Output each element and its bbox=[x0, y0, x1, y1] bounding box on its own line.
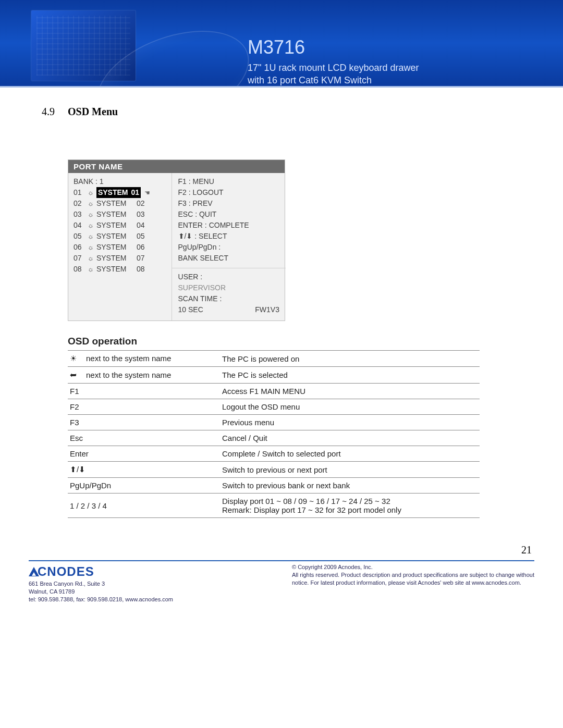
operation-key-text: next to the system name bbox=[86, 354, 171, 363]
operation-key-text: next to the system name bbox=[86, 371, 171, 379]
section-name: OSD Menu bbox=[68, 106, 118, 117]
operation-key-text: F2 bbox=[70, 402, 79, 411]
operation-key: next to the system name bbox=[68, 351, 220, 367]
sun-icon: ☼ bbox=[88, 199, 94, 209]
osd-port-row: 03☼SYSTEM03 bbox=[74, 209, 167, 220]
osd-help-line: ⬆/⬇ : SELECT bbox=[178, 231, 279, 242]
operation-key: Esc bbox=[68, 430, 220, 446]
osd-port-row: 07☼SYSTEM07 bbox=[74, 253, 167, 264]
osd-help-line: BANK SELECT bbox=[178, 253, 279, 264]
port-number: 06 bbox=[74, 242, 85, 253]
footer-legal: All rights reserved. Product description… bbox=[292, 571, 534, 587]
port-id: 05 bbox=[137, 231, 148, 242]
sun-icon: ☼ bbox=[88, 220, 94, 231]
operation-key: F2 bbox=[68, 399, 220, 415]
operation-desc: Complete / Switch to selected port bbox=[220, 446, 480, 462]
port-number: 07 bbox=[74, 253, 85, 264]
port-name: SYSTEM bbox=[96, 231, 134, 242]
table-row: PgUp/PgDnSwitch to previous bank or next… bbox=[68, 478, 480, 493]
osd-user-label: USER : bbox=[178, 272, 279, 282]
port-selected: SYSTEM01 bbox=[96, 187, 141, 198]
operation-key: 1 / 2 / 3 / 4 bbox=[68, 493, 220, 518]
osd-help-line: PgUp/PgDn : bbox=[178, 242, 279, 253]
footer-address-2: Walnut, CA 91789 bbox=[29, 588, 271, 596]
hand-icon: ☚ bbox=[144, 188, 150, 198]
sun-icon: ☼ bbox=[88, 253, 94, 264]
port-id: 03 bbox=[137, 209, 148, 220]
operation-key-text: PgUp/PgDn bbox=[70, 481, 111, 490]
logo-a-icon bbox=[29, 567, 39, 576]
port-number: 01 bbox=[74, 187, 85, 198]
osd-help-line: ENTER : COMPLETE bbox=[178, 220, 279, 231]
operation-key: PgUp/PgDn bbox=[68, 478, 220, 493]
table-row: F3Previous menu bbox=[68, 415, 480, 430]
osd-port-row: 02☼SYSTEM02 bbox=[74, 198, 167, 209]
port-name: SYSTEM bbox=[96, 253, 134, 264]
sun-icon: ☼ bbox=[88, 188, 94, 198]
operation-key-text: F1 bbox=[70, 387, 79, 396]
port-id: 04 bbox=[137, 220, 148, 231]
osd-help-line: F2 : LOGOUT bbox=[178, 187, 279, 198]
footer-logo: CNODES bbox=[29, 563, 271, 580]
port-id: 06 bbox=[137, 242, 148, 253]
osd-help-line: F3 : PREV bbox=[178, 198, 279, 209]
header-banner: M3716 17" 1U rack mount LCD keyboard dra… bbox=[0, 0, 563, 86]
osd-scan-value: 10 SEC bbox=[178, 305, 203, 314]
product-subtitle-1: 17" 1U rack mount LCD keyboard drawer bbox=[248, 61, 419, 74]
osd-help-line: F1 : MENU bbox=[178, 176, 279, 187]
port-name: SYSTEM bbox=[96, 242, 134, 253]
operation-key-text: Enter bbox=[70, 449, 89, 458]
port-name: SYSTEM bbox=[96, 209, 134, 220]
header-text: M3716 17" 1U rack mount LCD keyboard dra… bbox=[248, 36, 419, 86]
table-row: 1 / 2 / 3 / 4Display port 01 ~ 08 / 09 ~… bbox=[68, 493, 480, 518]
section-title: 4.9 OSD Menu bbox=[42, 106, 521, 118]
port-name: SYSTEM bbox=[96, 264, 134, 275]
table-row: EscCancel / Quit bbox=[68, 430, 480, 446]
section-number: 4.9 bbox=[42, 106, 55, 117]
footer-copyright: © Copyright 2009 Acnodes, Inc. bbox=[292, 563, 534, 571]
operation-key: ⬆/⬇ bbox=[68, 462, 220, 478]
operation-key-text: 1 / 2 / 3 / 4 bbox=[70, 501, 107, 510]
operation-desc: Display port 01 ~ 08 / 09 ~ 16 / 17 ~ 24… bbox=[220, 493, 480, 518]
footer-address-1: 661 Brea Canyon Rd., Suite 3 bbox=[29, 580, 271, 588]
osd-port-row: 08☼SYSTEM08 bbox=[74, 264, 167, 275]
logo-text: CNODES bbox=[38, 564, 94, 578]
osd-help-panel: F1 : MENUF2 : LOGOUTF3 : PREVESC : QUITE… bbox=[172, 173, 285, 320]
osd-firmware: FW1V3 bbox=[255, 304, 279, 315]
port-number: 03 bbox=[74, 209, 85, 220]
operation-desc: Logout the OSD menu bbox=[220, 399, 480, 415]
osd-screenshot: PORT NAME BANK : 1 01☼SYSTEM01☚02☼SYSTEM… bbox=[68, 159, 285, 321]
osd-port-list: BANK : 1 01☼SYSTEM01☚02☼SYSTEM0203☼SYSTE… bbox=[68, 173, 172, 320]
operation-desc: Switch to previous or next port bbox=[220, 462, 480, 478]
operation-key-text: F3 bbox=[70, 418, 79, 427]
sun-icon: ☼ bbox=[88, 242, 94, 253]
table-row: ⬆/⬇Switch to previous or next port bbox=[68, 462, 480, 478]
table-row: next to the system nameThe PC is selecte… bbox=[68, 367, 480, 384]
sun-icon: ☼ bbox=[88, 209, 94, 220]
port-number: 04 bbox=[74, 220, 85, 231]
product-subtitle-2: with 16 port Cat6 KVM Switch bbox=[248, 74, 419, 86]
table-row: EnterComplete / Switch to selected port bbox=[68, 446, 480, 462]
operation-desc: Cancel / Quit bbox=[220, 430, 480, 446]
table-row: F2Logout the OSD menu bbox=[68, 399, 480, 415]
operation-key-text: Esc bbox=[70, 434, 83, 442]
table-row: next to the system nameThe PC is powered… bbox=[68, 351, 480, 367]
product-model: M3716 bbox=[248, 36, 419, 58]
osd-help-line: ESC : QUIT bbox=[178, 209, 279, 220]
arrow-up-down-icon: ⬆/⬇ bbox=[70, 465, 85, 474]
port-number: 05 bbox=[74, 231, 85, 242]
port-name: SYSTEM bbox=[96, 198, 134, 209]
operation-desc: The PC is selected bbox=[220, 367, 480, 384]
osd-port-row: 05☼SYSTEM05 bbox=[74, 231, 167, 242]
osd-bank-label: BANK : 1 bbox=[74, 176, 167, 187]
sun-icon: ☼ bbox=[88, 231, 94, 242]
osd-titlebar: PORT NAME bbox=[68, 160, 285, 173]
osd-scan-label: SCAN TIME : bbox=[178, 293, 279, 304]
table-row: F1Access F1 MAIN MENU bbox=[68, 384, 480, 399]
port-name: SYSTEM bbox=[96, 220, 134, 231]
operation-desc: The PC is powered on bbox=[220, 351, 480, 367]
port-id: 07 bbox=[137, 253, 148, 264]
port-number: 02 bbox=[74, 198, 85, 209]
operation-desc: Access F1 MAIN MENU bbox=[220, 384, 480, 399]
port-id: 02 bbox=[137, 198, 148, 209]
